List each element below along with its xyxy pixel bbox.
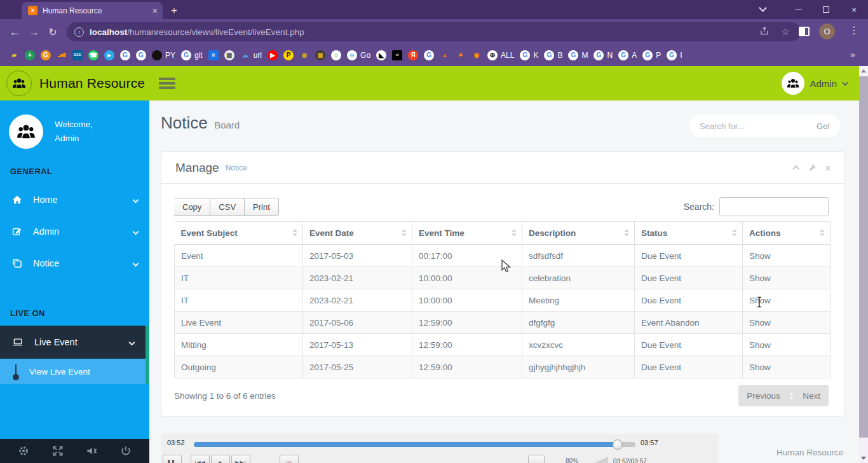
pagination-next[interactable]: Next [803, 391, 820, 401]
bookmark-item[interactable]: G [136, 50, 146, 60]
bookmark-item[interactable]: ||| [208, 50, 219, 60]
scrollbar-thumb[interactable] [859, 76, 868, 438]
browser-menu-icon[interactable]: ⋮ [849, 24, 859, 36]
site-info-icon[interactable]: i [74, 27, 84, 37]
export-button[interactable]: Print [245, 198, 279, 216]
close-button[interactable]: × [840, 0, 868, 19]
show-link[interactable]: Show [743, 312, 831, 334]
bookmark-item[interactable]: G [424, 50, 434, 60]
bookmark-item[interactable]: ○ [331, 50, 341, 60]
bookmark-item[interactable]: cl [392, 50, 402, 60]
export-button[interactable]: Copy [174, 198, 210, 216]
bookmark-item[interactable]: IEEE [72, 50, 83, 60]
panel-collapse-icon[interactable] [792, 165, 799, 172]
show-link[interactable]: Show [743, 289, 831, 312]
scroll-up-icon[interactable] [861, 69, 866, 73]
player-extra-button[interactable] [528, 455, 545, 463]
minimize-button[interactable] [784, 0, 812, 19]
panel-close-icon[interactable]: x [826, 163, 831, 172]
address-bar[interactable]: i localhost/humanresource/views/liveEven… [67, 22, 801, 41]
sort-icon[interactable] [512, 229, 517, 237]
back-button[interactable]: ← [5, 25, 24, 39]
bookmark-item[interactable]: G I [667, 50, 682, 60]
bookmark-item[interactable]: P [283, 50, 294, 60]
bookmark-item[interactable]: ▲ [440, 50, 450, 60]
column-header[interactable]: Description [522, 222, 635, 245]
bookmark-item[interactable]: PY [152, 50, 175, 60]
column-header[interactable]: Event Subject [175, 222, 303, 245]
table-row[interactable]: IT 2023-02-21 10:00:00 celebration Due E… [175, 267, 831, 289]
table-row[interactable]: Outgoing 2017-05-25 12:59:00 gjhygjhjhhg… [175, 356, 831, 378]
global-search-go-button[interactable]: Go! [817, 121, 830, 131]
bookmark-item[interactable]: ▸ [104, 50, 114, 60]
player-skip-forward-button[interactable]: ▶▶| [231, 455, 250, 463]
sidebar-item-home[interactable]: Home [0, 184, 149, 216]
bookmark-item[interactable]: ▶ [268, 50, 278, 60]
show-link[interactable]: Show [743, 245, 831, 267]
panel-settings-wrench-icon[interactable] [808, 163, 817, 172]
bookmark-item[interactable]: ▰ [9, 50, 19, 60]
bookmark-item[interactable]: G K [520, 50, 538, 60]
browser-tab[interactable]: × Human Resource × [22, 2, 163, 19]
bookmark-item[interactable]: ▣ [315, 50, 325, 60]
bookmark-item[interactable]: ◣ [376, 50, 386, 60]
bookmark-item[interactable]: ∞ Go [347, 50, 370, 60]
column-header[interactable]: Status [635, 222, 743, 245]
forward-button[interactable]: → [24, 25, 43, 39]
player-playlist-button[interactable]: ||| [280, 455, 299, 463]
sidebar-item-notice[interactable]: Notice [0, 247, 149, 279]
restore-button[interactable] [812, 0, 840, 19]
mute-speaker-icon[interactable] [85, 445, 98, 457]
tab-close-icon[interactable]: × [153, 6, 158, 16]
sidebar-toggle-icon[interactable] [159, 78, 175, 89]
table-search-input[interactable] [719, 197, 829, 216]
side-panel-icon[interactable] [799, 27, 810, 36]
bookmark-item[interactable]: ▂▅█ [57, 50, 67, 60]
show-link[interactable]: Show [743, 267, 831, 289]
bookmark-item[interactable]: G N [593, 50, 613, 60]
global-search-input[interactable] [700, 121, 817, 131]
player-skip-back-button[interactable]: |◀◀ [191, 455, 210, 463]
column-header[interactable]: Event Time [412, 222, 522, 245]
admin-avatar[interactable] [782, 72, 804, 95]
tab-search-chevron-icon[interactable] [759, 4, 767, 12]
sidebar-item-admin[interactable]: Admin [0, 216, 149, 247]
table-row[interactable]: Mitting 2017-05-13 12:59:00 xcvzxcvc Due… [175, 334, 831, 356]
table-row[interactable]: Live Event 2017-05-06 12:59:00 dfgfgfg E… [175, 312, 831, 334]
fullscreen-icon[interactable] [51, 445, 64, 457]
share-icon[interactable] [757, 26, 772, 38]
admin-menu[interactable]: Admin [810, 78, 837, 89]
settings-gear-icon[interactable] [17, 445, 30, 457]
bookmark-item[interactable]: ☁ url [240, 50, 262, 60]
pagination-page-1[interactable]: 1 [789, 391, 794, 401]
player-stop-button[interactable]: ■ [211, 455, 230, 463]
column-header[interactable]: Event Date [303, 222, 412, 245]
new-tab-button[interactable]: + [166, 3, 182, 18]
sidebar-item-live-event[interactable]: Live Event [0, 326, 149, 359]
bookmark-item[interactable]: G [41, 50, 51, 60]
column-header[interactable]: Actions [743, 222, 831, 245]
bookmark-item[interactable]: G A [618, 50, 637, 60]
player-pause-button[interactable]: ▌▌ [163, 455, 182, 463]
volume-wedge-icon[interactable] [585, 457, 608, 463]
page-scrollbar[interactable] [859, 66, 868, 463]
bookmark-item[interactable]: + [25, 50, 35, 60]
sort-icon[interactable] [624, 229, 629, 237]
bookmark-item[interactable]: ◉ [299, 50, 309, 60]
bookmark-item[interactable]: ⊕ ALL [487, 50, 514, 60]
show-link[interactable]: Show [743, 356, 831, 378]
bookmarks-overflow-icon[interactable]: » [850, 50, 859, 60]
bookmark-item[interactable]: G M [568, 50, 588, 60]
bookmark-item[interactable]: G B [544, 50, 562, 60]
bookmark-item[interactable]: G P [642, 50, 661, 60]
sort-icon[interactable] [820, 229, 825, 237]
bookmark-item[interactable]: G git [181, 50, 203, 60]
bookmark-item[interactable]: ▦ [224, 50, 234, 60]
url-text[interactable]: localhost/humanresource/views/liveEvent/… [90, 27, 751, 37]
scroll-down-icon[interactable] [861, 457, 866, 460]
bookmark-item[interactable]: ◉ [471, 50, 482, 60]
bookmark-item[interactable]: ☎ [88, 50, 98, 60]
sidebar-subitem-view-live-event[interactable]: View Live Event [0, 359, 149, 384]
sort-icon[interactable] [402, 229, 407, 237]
bookmark-item[interactable]: ✶ [456, 50, 466, 60]
